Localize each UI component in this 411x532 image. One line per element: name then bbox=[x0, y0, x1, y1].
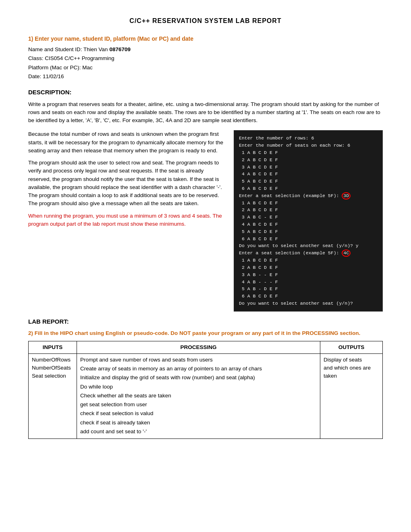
date-info: Date: 11/02/16 bbox=[28, 73, 383, 81]
terminal-line: 5 A B C D E F bbox=[239, 228, 378, 235]
terminal-box: Enter the number of rows: 6Enter the num… bbox=[234, 130, 383, 312]
description-section: DESCRIPTION: Write a program that reserv… bbox=[28, 88, 383, 125]
terminal-line: Enter a seat selection (example 5F): 3D bbox=[239, 192, 378, 200]
lab-report-section: LAB REPORT: 2) Fill in the HIPO chart us… bbox=[28, 317, 383, 439]
terminal-line: Do you want to select another seat (y/n)… bbox=[239, 300, 378, 307]
processing-item: check if seat is already taken bbox=[80, 419, 317, 427]
terminal-line: 4 A B - - - F bbox=[239, 278, 378, 286]
processing-item: Initialize and display the grid of seats… bbox=[80, 374, 317, 382]
input-item: NumberOfSeats bbox=[32, 364, 73, 372]
output-item: Display of seats bbox=[324, 356, 379, 364]
terminal-line: 6 A B C D E F bbox=[239, 235, 378, 243]
hipo-table: INPUTS PROCESSING OUTPUTS NumberOfRowsNu… bbox=[28, 341, 383, 439]
outputs-cell: Display of seatsand which ones aretaken bbox=[320, 353, 383, 438]
terminal-line: 2 A B C D E F bbox=[239, 264, 378, 271]
two-col-layout: Because the total number of rows and sea… bbox=[28, 130, 383, 312]
terminal-line: Enter the number of rows: 6 bbox=[239, 135, 378, 142]
table-header-processing: PROCESSING bbox=[77, 341, 320, 353]
terminal-line: 5 A B C D E F bbox=[239, 178, 378, 185]
processing-item: check if seat selection is valud bbox=[80, 409, 317, 418]
output-item: taken bbox=[324, 372, 379, 380]
description-para2: Because the total number of rows and sea… bbox=[28, 130, 226, 155]
terminal-line: 4 A B C D E F bbox=[239, 170, 378, 178]
terminal-line: 2 A B C D E F bbox=[239, 206, 378, 214]
terminal-output: Enter the number of rows: 6Enter the num… bbox=[239, 135, 378, 307]
description-heading: DESCRIPTION: bbox=[28, 88, 383, 97]
processing-item: get seat selection from user bbox=[80, 401, 317, 409]
terminal-line: 1 A B C D E F bbox=[239, 257, 378, 264]
terminal-line: Enter a seat selection (example 5F): 4C bbox=[239, 249, 378, 257]
terminal-line: 3 A B C D E F bbox=[239, 164, 378, 171]
input-item: NumberOfRows bbox=[32, 356, 73, 364]
table-row-main: NumberOfRowsNumberOfSeatsSeat selection … bbox=[29, 353, 383, 438]
terminal-line: 1 A B C D E F bbox=[239, 149, 378, 156]
section1-heading: 1) Enter your name, student ID, platform… bbox=[28, 35, 383, 43]
processing-item: Create array of seats in memory as an ar… bbox=[80, 365, 317, 373]
description-col: Because the total number of rows and sea… bbox=[28, 130, 226, 312]
page-title: C/C++ RESERVATION SYSTEM LAB REPORT bbox=[28, 16, 383, 26]
hipo-instruction: 2) Fill in the HIPO chart using English … bbox=[28, 329, 383, 337]
output-item: and which ones are bbox=[324, 364, 379, 372]
processing-item: Do while loop bbox=[80, 383, 317, 391]
terminal-line: 4 A B C D E F bbox=[239, 221, 378, 228]
platform-info: Platform (Mac or PC): Mac bbox=[28, 64, 383, 72]
processing-cell: Prompt and save number of rows and seats… bbox=[77, 353, 320, 438]
description-para3: The program should ask the user to selec… bbox=[28, 159, 226, 208]
terminal-line: 3 A B - - E F bbox=[239, 271, 378, 278]
terminal-line: 5 A B - D E F bbox=[239, 285, 378, 293]
description-para1: Write a program that reserves seats for … bbox=[28, 100, 383, 125]
terminal-line: Do you want to select another seat (y/n)… bbox=[239, 242, 378, 249]
section1-block: 1) Enter your name, student ID, platform… bbox=[28, 35, 383, 81]
lab-report-heading: LAB REPORT: bbox=[28, 317, 383, 326]
red-notice: When running the program, you must use a… bbox=[28, 212, 226, 229]
terminal-line: 3 A B C - E F bbox=[239, 214, 378, 221]
inputs-cell: NumberOfRowsNumberOfSeatsSeat selection bbox=[29, 353, 77, 438]
table-header-inputs: INPUTS bbox=[29, 341, 77, 353]
terminal-line: 1 A B C D E F bbox=[239, 200, 378, 207]
terminal-line: 2 A B C D E F bbox=[239, 156, 378, 164]
table-header-outputs: OUTPUTS bbox=[320, 341, 383, 353]
terminal-line: Enter the number of seats on each row: 6 bbox=[239, 142, 378, 149]
class-info: Class: CIS054 C/C++ Programming bbox=[28, 54, 383, 62]
student-name: Name and Student ID: Thien Van 0876709 bbox=[28, 46, 383, 54]
processing-item: Check whether all the seats are taken bbox=[80, 392, 317, 400]
input-item: Seat selection bbox=[32, 372, 73, 380]
processing-item: Prompt and save number of rows and seats… bbox=[80, 356, 317, 364]
terminal-line: 6 A B C D E F bbox=[239, 293, 378, 300]
terminal-line: 6 A B C D E F bbox=[239, 185, 378, 192]
processing-item: add count and set seat to '-' bbox=[80, 428, 317, 436]
